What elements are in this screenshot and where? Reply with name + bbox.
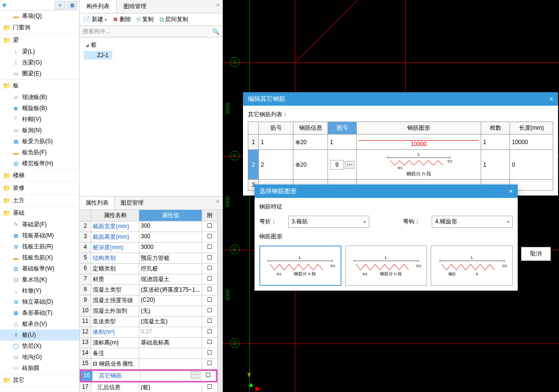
- prop-att[interactable]: ☐: [202, 243, 218, 253]
- prop-att[interactable]: ☐: [202, 264, 218, 274]
- prop-att[interactable]: ☐: [202, 327, 218, 337]
- cell-count[interactable]: 1: [481, 150, 510, 180]
- nav-item[interactable]: ▥楼层板带(H): [0, 158, 79, 169]
- nav-item[interactable]: ⇕桩(U): [0, 330, 79, 341]
- prop-att[interactable]: ☐: [201, 371, 216, 381]
- prop-value[interactable]: [139, 359, 202, 369]
- nav-item[interactable]: ▬幕墙(Q): [0, 11, 79, 22]
- prop-value[interactable]: (泵送砼(坍落度175~1...: [139, 285, 202, 295]
- rebar-th-len[interactable]: 长度(mm): [510, 122, 553, 135]
- nav-group[interactable]: 📁土方: [0, 195, 79, 207]
- nav-view-list-icon[interactable]: ≡: [55, 1, 65, 10]
- shape-option[interactable]: LD1N1钢筋分 n 段: [345, 245, 427, 286]
- rebar-th-id[interactable]: 筋号: [259, 122, 293, 135]
- prop-value[interactable]: 现浇混凝土: [139, 274, 202, 284]
- cell-id[interactable]: 1: [259, 135, 293, 150]
- prop-att[interactable]: ☐: [202, 295, 218, 306]
- nav-item[interactable]: ▥基础板带(W): [0, 263, 79, 274]
- hook-select[interactable]: 4.螺旋形▾: [432, 216, 513, 228]
- cell-fig[interactable]: 1: [328, 135, 357, 150]
- rebar-row-2[interactable]: 2 2 ⊕20 9⋯ L D1 N1 钢筋分 n 段 1 0: [248, 150, 553, 180]
- layer-copy-button[interactable]: ⧉层间复制: [159, 15, 188, 24]
- prop-row[interactable]: 12体积(m³)0.27☐: [80, 327, 218, 338]
- fig-input[interactable]: 9: [330, 160, 344, 170]
- cell-fig-input[interactable]: 9⋯: [328, 150, 357, 180]
- rebar-th-fig[interactable]: 图号: [328, 122, 357, 135]
- prop-row[interactable]: 11泵送类型(混凝土泵)☐: [80, 317, 218, 327]
- nav-group[interactable]: 📁门窗洞: [0, 22, 79, 34]
- prop-value[interactable]: 300: [139, 221, 202, 232]
- nav-group[interactable]: 📁梁: [0, 34, 79, 46]
- prop-att[interactable]: ☐: [202, 348, 218, 358]
- nav-item[interactable]: ⟘梁(L): [0, 46, 79, 57]
- search-input[interactable]: 搜索构件... 🔍: [80, 26, 222, 37]
- nav-item[interactable]: ◯垫层(X): [0, 341, 79, 352]
- prop-row[interactable]: 6定额类别挖孔桩☐: [80, 264, 218, 274]
- nav-item[interactable]: ▬板负筋(F): [0, 147, 79, 158]
- prop-row[interactable]: 7材质现浇混凝土☐: [80, 274, 218, 285]
- prop-row[interactable]: 10混凝土外加剂(无)☐: [80, 306, 218, 317]
- nav-add-icon[interactable]: ✚: [2, 2, 7, 9]
- nav-item[interactable]: ▦板受力筋(S): [0, 136, 79, 147]
- prop-att[interactable]: ☐: [202, 232, 218, 242]
- nav-item[interactable]: ▭圈梁(E): [0, 68, 79, 79]
- cancel-button[interactable]: 取消: [521, 247, 551, 261]
- nav-item[interactable]: ▦条形基础(T): [0, 307, 79, 318]
- cell-shape[interactable]: 10000: [357, 135, 481, 150]
- copy-button[interactable]: ⎘复制: [137, 15, 154, 24]
- prop-att[interactable]: ☐: [202, 317, 218, 327]
- rebar-th-shape[interactable]: 钢筋图形: [357, 122, 481, 135]
- prop-att[interactable]: ☐: [202, 221, 218, 232]
- cell-id[interactable]: 2: [259, 150, 293, 180]
- nav-item[interactable]: ▭板洞(N): [0, 125, 79, 136]
- new-button[interactable]: 📄新建▾: [83, 15, 107, 24]
- cell-shape[interactable]: L D1 N1 钢筋分 n 段: [357, 150, 481, 180]
- prop-row[interactable]: 13顶标高(m)基础底标高☐: [80, 338, 218, 348]
- prop-row[interactable]: 8混凝土类型(泵送砼(坍落度175~1...☐: [80, 285, 218, 295]
- nav-item[interactable]: ⊞独立基础(D): [0, 296, 79, 307]
- nav-group[interactable]: 📁楼梯: [0, 170, 79, 182]
- rebar-th-count[interactable]: 根数: [481, 122, 510, 135]
- prop-value[interactable]: (无): [139, 306, 202, 316]
- prop-close-icon[interactable]: ×: [213, 196, 222, 209]
- shape-dialog-title-bar[interactable]: 选择钢筋图形 ×: [255, 184, 518, 198]
- nav-group[interactable]: 📁板: [0, 80, 79, 92]
- prop-value-browse-button[interactable]: ⋯: [191, 371, 199, 379]
- nav-item[interactable]: ⟘连梁(G): [0, 57, 79, 68]
- prop-att[interactable]: ☐: [202, 285, 218, 295]
- cell-len[interactable]: 10000: [510, 135, 553, 150]
- rebar-dialog-close-icon[interactable]: ×: [549, 95, 553, 103]
- tab-property-list[interactable]: 属性列表: [80, 196, 115, 209]
- prop-att[interactable]: ☐: [202, 359, 218, 369]
- nav-item[interactable]: ▦筏板基础(M): [0, 230, 79, 241]
- prop-row[interactable]: 9混凝土强度等级(C20)☐: [80, 295, 218, 306]
- prop-att[interactable]: ☐: [202, 274, 218, 284]
- nav-group[interactable]: 📁其它: [0, 374, 79, 386]
- tab-drawing-mgmt[interactable]: 图纸管理: [117, 0, 153, 13]
- nav-item[interactable]: ⊔地沟(G): [0, 352, 79, 363]
- nav-item[interactable]: ▱现浇板(B): [0, 92, 79, 103]
- nav-item[interactable]: ✎基础梁(F): [0, 219, 79, 230]
- bend-select[interactable]: 3.箍筋▾: [288, 216, 369, 228]
- panel-close-icon[interactable]: ×: [213, 0, 222, 13]
- nav-group[interactable]: 📁基础: [0, 207, 79, 219]
- shape-dialog-close-icon[interactable]: ×: [509, 187, 513, 195]
- nav-item[interactable]: ⟙柱帽(V): [0, 114, 79, 125]
- rebar-row-1[interactable]: 1 1 ⊕20 1 10000 1 10000: [248, 135, 553, 150]
- nav-group[interactable]: 📁装修: [0, 182, 79, 194]
- prop-row[interactable]: 15⊟ 钢筋业务属性☐: [80, 359, 218, 369]
- nav-item[interactable]: ⊡集水坑(K): [0, 274, 79, 285]
- prop-value[interactable]: 0.27: [139, 327, 202, 337]
- prop-value[interactable]: 3000: [139, 243, 202, 253]
- scrollbar[interactable]: [218, 210, 222, 392]
- nav-item[interactable]: △桩承台(V): [0, 318, 79, 330]
- cell-info[interactable]: ⊕20: [293, 135, 328, 150]
- prop-value[interactable]: 基础底标高: [139, 338, 202, 348]
- prop-row[interactable]: 5结构类别预应力管桩☐: [80, 253, 218, 264]
- prop-row[interactable]: 3截面高度(mm)300☐: [80, 232, 218, 243]
- prop-att[interactable]: ☐: [202, 338, 218, 348]
- prop-value[interactable]: ⋯: [141, 371, 201, 381]
- prop-value[interactable]: 挖孔桩: [139, 264, 202, 274]
- nav-item[interactable]: ▭砖胎膜: [0, 363, 79, 374]
- shape-option[interactable]: LD1螺距s: [431, 245, 513, 286]
